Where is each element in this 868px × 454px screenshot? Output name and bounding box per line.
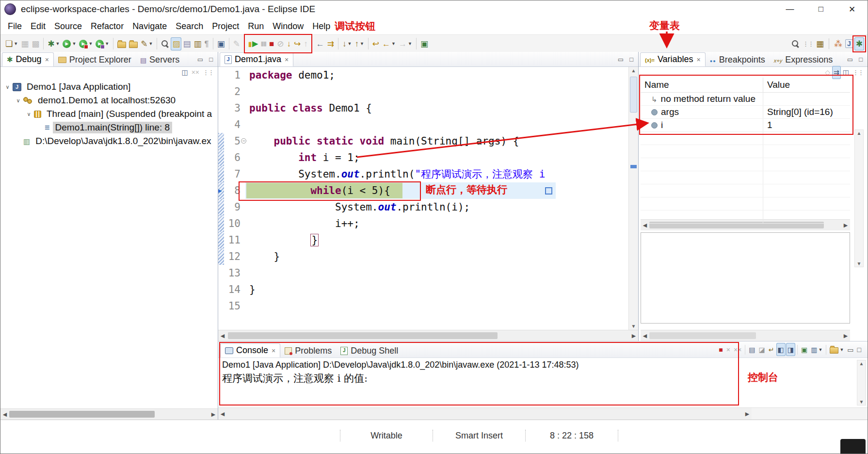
code-text-line-15[interactable]	[245, 298, 628, 314]
search-button[interactable]	[790, 37, 801, 50]
scroll-right-icon[interactable]: ▶	[743, 411, 752, 417]
word-wrap-button[interactable]: ↵	[767, 343, 776, 356]
line-number[interactable]: 13	[224, 265, 241, 281]
menu-help[interactable]: Help	[308, 19, 335, 33]
open-task-button[interactable]	[128, 37, 139, 50]
scroll-left-icon[interactable]: ◀	[218, 411, 227, 417]
show-stderr-change-button[interactable]: ◨	[786, 343, 795, 356]
code-text-line-12[interactable]: }	[245, 248, 628, 265]
scroll-down-icon[interactable]: ▼	[857, 399, 866, 405]
tab-demo1-java[interactable]: Demo1.java×	[220, 52, 293, 66]
step-into-button[interactable]: ↓	[286, 37, 293, 50]
suspend-button[interactable]: ▮▮	[259, 37, 268, 50]
drop-to-frame-button[interactable]: ←	[315, 37, 326, 50]
editor-vscrollbar[interactable]: ▲ ▼	[628, 67, 638, 330]
menu-source[interactable]: Source	[50, 19, 86, 33]
java-perspective-button[interactable]: J	[844, 37, 854, 50]
open-console-view-button[interactable]: ▣	[216, 37, 226, 50]
gutter-line-12[interactable]	[218, 248, 224, 265]
resume-button[interactable]: ▮▶	[247, 37, 259, 50]
line-number[interactable]: 14	[224, 281, 241, 298]
disconnect-button[interactable]: ⊘	[275, 37, 285, 50]
dropdown-arrow-icon[interactable]: ▼	[348, 41, 352, 46]
menu-search[interactable]: Search	[171, 19, 208, 33]
scrollbar-thumb[interactable]	[649, 332, 756, 339]
line-number[interactable]: 9	[224, 199, 241, 215]
toolbar-handle-button[interactable]: ⋮⋮	[801, 37, 815, 50]
code-text-line-2[interactable]	[245, 83, 628, 100]
variable-value[interactable]: 1	[763, 119, 850, 131]
code-text-line-6[interactable]: int i = 1;	[245, 149, 628, 166]
line-number[interactable]: 10	[224, 215, 241, 232]
gutter-line-14[interactable]	[218, 281, 224, 298]
minimize-view-icon[interactable]: ▭	[197, 56, 203, 63]
open-resource-button[interactable]: ▥	[193, 37, 203, 50]
tab-debug-shell[interactable]: Debug Shell	[336, 344, 402, 357]
dropdown-arrow-icon[interactable]: ▼	[408, 41, 412, 46]
variable-row-i[interactable]: i1	[641, 119, 850, 132]
console-vscrollbar[interactable]: ▲ ▼	[857, 360, 866, 405]
scroll-right-icon[interactable]: ▶	[841, 333, 850, 339]
previous-annotation-button[interactable]: ↑▼	[353, 37, 365, 50]
code-text-line-11[interactable]: }	[245, 232, 628, 248]
show-whitespace-button[interactable]: ¶	[203, 37, 210, 50]
code-text-line-9[interactable]: System.out.println(i);	[245, 199, 628, 215]
scroll-lock-button[interactable]: ◪	[757, 343, 767, 356]
tab-project-explorer[interactable]: Project Explorer	[54, 53, 136, 66]
column-header-name[interactable]: Name	[641, 80, 763, 90]
close-tab-icon[interactable]: ×	[697, 56, 701, 64]
scroll-down-icon[interactable]: ▼	[629, 324, 638, 329]
menu-navigate[interactable]: Navigate	[128, 19, 171, 33]
variable-row-args[interactable]: argsString[0] (id=16)	[641, 106, 850, 119]
close-tab-icon[interactable]: ×	[285, 56, 289, 64]
gutter-line-5[interactable]	[218, 133, 224, 149]
menu-file[interactable]: File	[3, 19, 26, 33]
tab-breakpoints[interactable]: Breakpoints	[706, 53, 770, 66]
chevron-down-icon[interactable]: ∨	[14, 97, 22, 104]
code-text-line-4[interactable]	[245, 116, 628, 133]
dropdown-arrow-icon[interactable]: ▼	[148, 41, 153, 46]
remove-all-launches-button[interactable]: ××	[732, 343, 743, 356]
scroll-up-icon[interactable]: ▲	[629, 68, 638, 73]
link-with-editor-button[interactable]: ▣	[419, 37, 430, 50]
last-edit-location-button[interactable]: ↩	[371, 37, 381, 50]
gutter-line-10[interactable]	[218, 215, 224, 232]
display-selected-console-button[interactable]: ▥▼	[809, 343, 824, 356]
dropdown-arrow-icon[interactable]: ▼	[391, 41, 396, 46]
code-text-line-5[interactable]: public static void main(String[] args) {	[245, 133, 628, 149]
line-number[interactable]: 7	[224, 166, 241, 182]
use-step-filters-button[interactable]: ⇉	[326, 37, 336, 50]
code-text-line-8[interactable]: while(i < 5){断点行，等待执行	[245, 182, 628, 199]
open-type-button[interactable]	[160, 37, 171, 50]
variable-value[interactable]: String[0] (id=16)	[763, 106, 850, 118]
gutter-line-6[interactable]	[218, 149, 224, 166]
step-over-button[interactable]: ↪	[292, 37, 302, 50]
minimize-view-icon[interactable]: ▭	[618, 56, 624, 63]
new-wizard-button[interactable]: ❏▼	[4, 37, 19, 50]
line-number[interactable]: 15	[224, 298, 241, 314]
menu-project[interactable]: Project	[208, 19, 243, 33]
gutter-line-11[interactable]	[218, 232, 224, 248]
menu-run[interactable]: Run	[243, 19, 268, 33]
minimize-window-button[interactable]: —	[774, 0, 805, 18]
back-history-button[interactable]: ←▼	[381, 37, 397, 50]
gutter-line-3[interactable]	[218, 100, 224, 116]
scroll-down-icon[interactable]: ▼	[855, 261, 863, 266]
scroll-right-icon[interactable]: ▶	[209, 411, 218, 418]
code-text-line-1[interactable]: package demo1;	[245, 67, 628, 83]
javaee-perspective-button[interactable]: ⁂	[833, 37, 844, 50]
menu-edit[interactable]: Edit	[26, 19, 50, 33]
show-logical-structures-button[interactable]: ⇉	[832, 66, 841, 79]
dropdown-arrow-icon[interactable]: ▼	[56, 41, 60, 46]
debug-launch-button[interactable]: ✱▼	[46, 37, 61, 50]
coverage-launch-button[interactable]: ▶▼	[78, 37, 94, 50]
variable-row-no-method-return[interactable]: no method return value	[641, 93, 850, 106]
annotate-button[interactable]: ✎▼	[139, 37, 154, 50]
scroll-left-icon[interactable]: ◀	[641, 333, 649, 339]
line-number[interactable]: 2	[224, 83, 241, 100]
show-stdout-change-button[interactable]: ◧	[776, 343, 786, 356]
tab-expressions[interactable]: Expressions	[770, 53, 837, 66]
scrollbar-thumb[interactable]	[228, 332, 498, 339]
new-java-project-button[interactable]	[116, 37, 128, 50]
scrollbar-thumb[interactable]	[9, 411, 155, 418]
